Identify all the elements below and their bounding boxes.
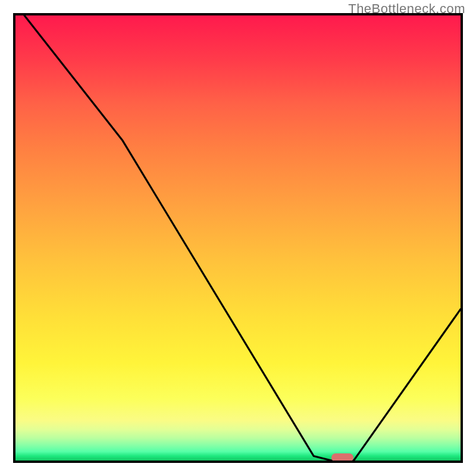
curve-svg	[15, 15, 461, 461]
plot-area	[13, 13, 463, 463]
bottleneck-curve-path	[24, 15, 461, 461]
optimum-marker	[331, 453, 353, 462]
chart-frame: TheBottleneck.com	[0, 0, 476, 476]
